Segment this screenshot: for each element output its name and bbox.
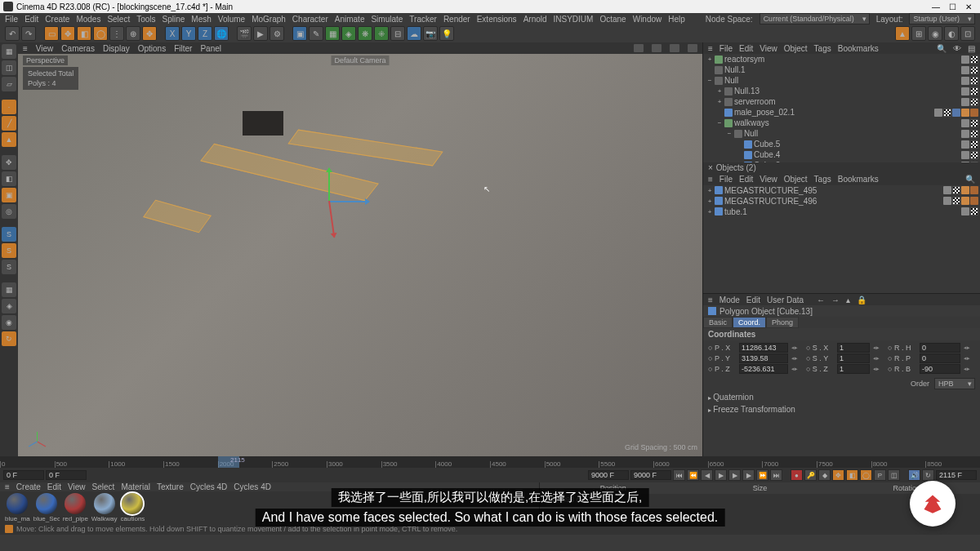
tag-dots[interactable] [970,207,978,216]
objmenu-tags[interactable]: Tags [814,44,831,53]
world-axis-button[interactable]: 🌐 [214,26,229,41]
range-end-input[interactable] [588,470,629,480]
menu-file[interactable]: File [5,15,18,24]
tag-vis[interactable] [961,87,969,96]
tag-layer[interactable] [970,109,978,117]
point-mode-button[interactable]: · [2,100,16,114]
close-button[interactable]: ✕ [960,2,977,11]
tag-vis[interactable] [961,207,969,216]
menu-octane[interactable]: Octane [599,15,626,24]
order-dropdown[interactable]: HPB [934,378,975,389]
last-tool-button[interactable]: ⋮ [109,26,124,41]
tag-dots[interactable] [943,109,951,117]
attr-up-icon[interactable]: ▴ [846,295,850,304]
uvpoly-button[interactable]: ▣ [2,188,16,202]
tag-dots[interactable] [970,56,978,64]
tag-vis[interactable] [961,98,969,106]
tree-row[interactable]: Cube.4 [703,149,980,160]
menu-edit[interactable]: Edit [24,15,38,24]
snap-button[interactable]: ▲ [895,26,910,41]
objmenu-bookmarks[interactable]: Bookmarks [838,44,879,53]
timeline-ruler[interactable]: 0500100015002000250030003500400045005000… [0,456,980,468]
tag-vis[interactable] [961,66,969,74]
pos-x-input[interactable] [739,343,788,353]
tree-row[interactable]: +MEGASTRUCTURE_495 [703,185,980,196]
expand-icon[interactable]: + [706,198,713,205]
objmenu-object[interactable]: Object [784,175,808,184]
expand-icon[interactable]: + [716,98,723,105]
attr-tab-phong[interactable]: Phong [766,317,799,328]
attr-tab-basic[interactable]: Basic [703,317,733,328]
autokey-button[interactable]: 🔑 [804,469,817,481]
cloner-button[interactable]: ⁜ [374,26,389,41]
arnold-button-1[interactable]: S [2,227,16,242]
live-select-button[interactable]: ▭ [44,26,59,41]
play-button[interactable]: ▶ [728,469,741,481]
tag-vis[interactable] [961,140,969,149]
minimize-button[interactable]: — [928,2,944,11]
range-end2-input[interactable] [630,470,671,480]
objmenu-object[interactable]: Object [784,44,808,53]
render-button[interactable]: ▶ [253,26,268,41]
tag-layer[interactable] [970,186,978,194]
goto-prev-key-button[interactable]: ⏪ [687,469,699,481]
om2-menu-icon[interactable]: ≡ [708,175,713,184]
vpmenu-view[interactable]: View [36,44,54,53]
menu-select[interactable]: Select [107,15,130,24]
goto-next-key-button[interactable]: ⏩ [756,469,768,481]
expand-icon[interactable]: − [726,130,733,137]
tag-dots[interactable] [970,151,978,159]
menu-tools[interactable]: Tools [136,15,155,24]
scale-x-input[interactable] [837,343,870,353]
timeline-end-input[interactable] [936,470,977,480]
model-mode-button[interactable]: ▦ [2,44,16,59]
tag-vis[interactable] [943,197,951,205]
quaternion-section[interactable]: Quaternion [703,391,980,403]
rot-b-input[interactable] [920,364,960,374]
material-red_pipe[interactable]: red_pipe [63,493,88,522]
menu-spline[interactable]: Spline [163,15,185,24]
object-tree-2[interactable]: +MEGASTRUCTURE_495+MEGASTRUCTURE_496+tub… [703,185,980,294]
tag-dots[interactable] [952,186,960,194]
tag-dots[interactable] [970,77,978,85]
menu-extensions[interactable]: Extensions [477,15,517,24]
pos-z-input[interactable] [739,364,788,374]
matmenu-view[interactable]: View [68,482,86,491]
enable-axis-button[interactable]: ✥ [2,155,16,170]
arnold-button-2[interactable]: S [2,243,16,258]
rot-p-input[interactable] [920,353,960,363]
cube-primitive-button[interactable]: ▣ [292,26,307,41]
tree-row[interactable]: +MEGASTRUCTURE_496 [703,196,980,207]
tag-dots[interactable] [970,130,978,138]
tweak-button[interactable]: ▦ [2,282,16,297]
tag-dots[interactable] [970,140,978,149]
key-pos-button[interactable]: ✥ [832,469,844,481]
om2-search-icon[interactable]: 🔍 [965,175,975,184]
tree-row[interactable]: +reactorsym [703,54,980,64]
menu-volume[interactable]: Volume [218,15,245,24]
menu-render[interactable]: Render [443,15,470,24]
attr-tab-coord[interactable]: Coord. [733,317,766,328]
matmenu-material[interactable]: Material [121,482,150,491]
tree-row[interactable]: −walkways [703,118,980,128]
om-filter-icon[interactable]: ▤ [968,44,975,53]
render-settings-button[interactable]: ⚙ [270,26,284,41]
tag-vis[interactable] [943,186,951,194]
node-space-dropdown[interactable]: Current (Standard/Physical) [760,13,870,24]
redo-button[interactable]: ↷ [21,26,36,41]
misc-button-1[interactable]: ◈ [2,299,16,313]
vp-nav-icon-3[interactable] [670,44,679,52]
keyframe-sel-button[interactable]: ◆ [818,469,831,481]
uvpoint-button[interactable]: ◧ [2,171,16,186]
object-snap-button[interactable]: ⊡ [960,26,975,41]
scale-tool-button[interactable]: ◧ [77,26,91,41]
attr-fwd-icon[interactable]: → [831,295,840,304]
tag-vis[interactable] [961,56,969,64]
objmenu-view[interactable]: View [760,44,777,53]
polygon-mode-button[interactable]: ▲ [2,132,16,147]
vpmenu-panel[interactable]: Panel [200,44,221,53]
material-Walkway[interactable]: Walkway [91,493,118,522]
guide-button[interactable]: ◐ [944,26,959,41]
current-frame-input[interactable] [46,470,87,480]
expand-icon[interactable]: + [716,87,723,95]
